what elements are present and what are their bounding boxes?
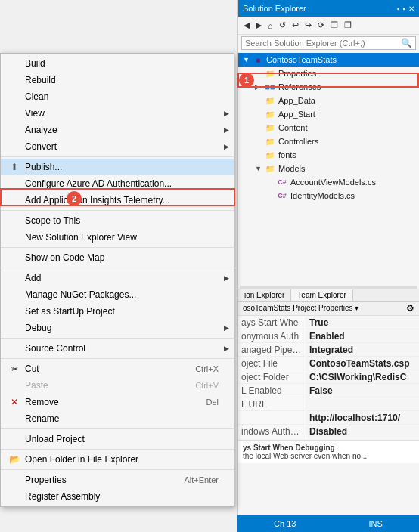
menu-item-register[interactable]: Register Assembly (1, 488, 234, 505)
tree-label-content: Content (278, 123, 308, 132)
menu-item-add-insights[interactable]: Add Application Insights Telemetry... (1, 192, 234, 209)
properties-button[interactable]: ❐ (342, 20, 354, 31)
properties-header-row: osoTeamStats Project Properties ▾ ⚙ (238, 302, 419, 316)
menu-item-source-control[interactable]: Source Control ▶ (1, 340, 234, 357)
menu-item-scope[interactable]: Scope to This (1, 212, 234, 229)
prop-value-windows-auth: Disabled (306, 425, 419, 438)
tree-item-content[interactable]: 📁 Content (238, 121, 419, 135)
menu-label-scope: Scope to This (25, 215, 219, 226)
shortcut-cut: Ctrl+X (195, 364, 219, 373)
back-button[interactable]: ◀ (241, 20, 252, 31)
menu-label-build: Build (25, 58, 219, 69)
tree-item-properties[interactable]: 📁 Properties (238, 66, 419, 80)
tab-label-solution-explorer: ion Explorer (244, 291, 284, 299)
tree-item-models[interactable]: ▼ 📁 Models (238, 162, 419, 175)
prop-name-url (238, 411, 306, 424)
menu-item-cut[interactable]: ✂ Cut Ctrl+X (1, 360, 234, 377)
tree-label-properties: Properties (278, 69, 316, 78)
description-bar: ys Start When Debugging the local Web se… (238, 440, 419, 463)
menu-item-startup[interactable]: Set as StartUp Project (1, 303, 234, 320)
prop-value-project-file: ContosoTeamStats.csp (306, 357, 419, 370)
expand-arrow-models: ▼ (255, 165, 264, 172)
menu-label-clean: Clean (25, 91, 219, 102)
folder-icon: 📁 (264, 94, 276, 107)
tab-team-explorer[interactable]: Team Explorer (291, 289, 352, 301)
title-icons: ▪ ▪ ✕ (397, 5, 414, 13)
prop-row-windows-auth: indows Authent Disabled (238, 425, 419, 438)
home-button[interactable]: ⌂ (265, 20, 275, 31)
status-mode: INS (369, 519, 383, 528)
search-box[interactable]: 🔍 (241, 36, 416, 50)
tree-item-controllers[interactable]: 📁 Controllers (238, 135, 419, 148)
forward-button[interactable]: ▶ (253, 20, 264, 31)
menu-item-publish[interactable]: ⬆ Publish... (1, 159, 234, 175)
search-input[interactable] (245, 39, 401, 48)
menu-item-rename[interactable]: Rename (1, 410, 234, 427)
tree-label-appdata: App_Data (278, 96, 315, 105)
tab-solution-explorer[interactable]: ion Explorer (238, 289, 291, 301)
separator-2 (1, 210, 234, 211)
tree-label-identitymodels: IdentityModels.cs (290, 191, 355, 200)
menu-item-paste[interactable]: Paste Ctrl+V (1, 377, 234, 394)
menu-item-convert[interactable]: Convert ▶ (1, 138, 234, 155)
expand-arrow: ▼ (243, 56, 252, 63)
menu-item-build[interactable]: Build (1, 55, 234, 72)
tree-item-identitymodels[interactable]: C# IdentityModels.cs (238, 189, 419, 203)
submenu-arrow-view: ▶ (224, 110, 229, 117)
menu-item-debug[interactable]: Debug ▶ (1, 320, 234, 336)
submenu-arrow-analyze: ▶ (224, 126, 229, 134)
tree-item-contoso[interactable]: ▼ ■ ContosoTeamStats (238, 53, 419, 66)
prop-name-project-folder: oject Folder (238, 370, 306, 383)
menu-item-remove[interactable]: ✕ Remove Del (1, 394, 234, 410)
menu-item-unload[interactable]: Unload Project (1, 431, 234, 447)
menu-item-add[interactable]: Add ▶ (1, 270, 234, 286)
separator-5 (1, 338, 234, 339)
menu-item-open-folder[interactable]: 📂 Open Folder in File Explorer (1, 451, 234, 468)
collapse-button[interactable]: ❐ (328, 20, 340, 31)
settings-icon[interactable]: ⚙ (406, 303, 414, 314)
pin-icon[interactable]: ▪ (397, 5, 400, 13)
tree-item-appstart[interactable]: 📁 App_Start (238, 107, 419, 121)
tree-item-appdata[interactable]: 📁 App_Data (238, 94, 419, 107)
cut-icon: ✂ (7, 364, 22, 374)
submenu-arrow-add: ▶ (224, 274, 229, 282)
menu-item-codemap[interactable]: Show on Code Map (1, 249, 234, 266)
undo-button[interactable]: ↩ (290, 20, 301, 31)
close-icon[interactable]: ✕ (408, 5, 414, 13)
prop-name-windows-auth: indows Authent (238, 425, 306, 438)
tree-item-accountviewmodels[interactable]: C# AccountViewModels.cs (238, 175, 419, 189)
menu-label-add-insights: Add Application Insights Telemetry... (25, 195, 219, 206)
prop-value-project-folder: C:\CSIWorking\RedisC (306, 370, 419, 383)
sync-button[interactable]: ↺ (277, 20, 288, 31)
prop-row-anon-auth: onymous Auth Enabled (238, 329, 419, 343)
redo-button[interactable]: ↪ (303, 20, 314, 31)
folder-icon: 📁 (264, 108, 276, 120)
description-text: the local Web server even when no... (243, 452, 367, 460)
badge-1: 1 (239, 73, 254, 88)
separator-4 (1, 268, 234, 268)
separator-9 (1, 469, 234, 470)
menu-item-nuget[interactable]: Manage NuGet Packages... (1, 286, 234, 303)
prop-row-url: http://localhost:1710/ (238, 411, 419, 425)
undock-icon[interactable]: ▪ (402, 5, 405, 13)
menu-item-properties[interactable]: Properties Alt+Enter (1, 472, 234, 488)
refresh-button[interactable]: ⟳ (315, 20, 327, 31)
menu-item-analyze[interactable]: Analyze ▶ (1, 122, 234, 138)
menu-item-new-se-view[interactable]: New Solution Explorer View (1, 229, 234, 246)
menu-item-view[interactable]: View ▶ (1, 105, 234, 122)
menu-label-properties: Properties (25, 475, 161, 485)
menu-label-source-control: Source Control (25, 343, 219, 354)
folder-icon: 📁 (264, 149, 276, 161)
properties-table: ays Start Whe True onymous Auth Enabled … (238, 316, 419, 438)
prop-value-url: http://localhost:1710/ (306, 411, 419, 424)
tree-item-fonts[interactable]: 📁 fonts (238, 148, 419, 162)
tree-label-contoso: ContosoTeamStats (266, 55, 337, 64)
separator-7 (1, 428, 234, 429)
menu-item-configure-azure[interactable]: Configure Azure AD Authentication... (1, 175, 234, 192)
menu-item-rebuild[interactable]: Rebuild (1, 72, 234, 88)
folder-icon: 📁 (264, 162, 276, 175)
menu-item-clean[interactable]: Clean (1, 88, 234, 105)
tree-item-references[interactable]: ▶ ■■ References (238, 80, 419, 94)
prop-value-ssl-url (306, 397, 419, 410)
explorer-tabs: ion Explorer Team Explorer (238, 289, 419, 301)
